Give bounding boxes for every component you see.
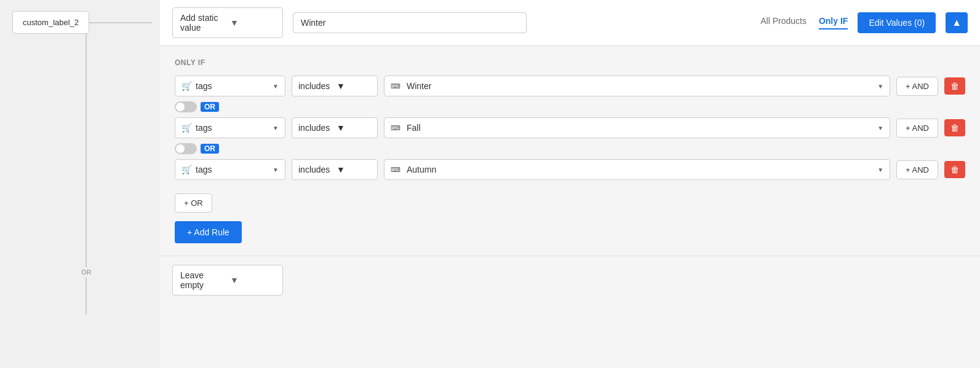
- value-select-1[interactable]: ⌨ Winter ▼: [384, 76, 890, 96]
- tab-all-products[interactable]: All Products: [760, 16, 807, 29]
- or-toggle-row-1: OR: [175, 101, 965, 112]
- operator-dropdown-arrow-icon-2: ▼: [337, 123, 371, 133]
- or-toggle-1[interactable]: OR: [175, 101, 219, 112]
- cart-icon-2: 🛒: [181, 123, 192, 133]
- delete-button-1[interactable]: 🗑: [944, 77, 965, 95]
- leave-empty-dropdown[interactable]: Leave empty ▼: [172, 265, 283, 296]
- keyboard-icon-3: ⌨: [391, 166, 400, 174]
- edit-values-button[interactable]: Edit Values (0): [858, 12, 936, 33]
- add-or-button[interactable]: + OR: [175, 194, 212, 213]
- field-label-row: custom_label_2: [12, 11, 152, 34]
- else-section: Leave empty ▼: [160, 256, 980, 368]
- tab-only-if[interactable]: Only IF: [819, 16, 848, 29]
- connector-horizontal: [89, 22, 152, 23]
- collapse-icon: ▲: [952, 17, 962, 28]
- field-dropdown-arrow-icon-3: ▼: [273, 166, 279, 173]
- and-button-2[interactable]: + AND: [896, 119, 938, 138]
- operator-select-1[interactable]: includes ▼: [292, 76, 378, 96]
- value-dropdown-arrow-icon-2: ▼: [877, 125, 883, 131]
- keyboard-icon-1: ⌨: [391, 82, 400, 90]
- rules-container: 🛒 tags ▼ includes ▼ ⌨ Winter ▼ + AND: [175, 76, 965, 213]
- cart-icon-3: 🛒: [181, 165, 192, 174]
- operator-dropdown-arrow-icon: ▼: [337, 81, 371, 91]
- sidebar-column: custom_label_2 OR: [0, 0, 160, 368]
- toggle-track-2[interactable]: [175, 143, 197, 154]
- value-select-1-label: Winter: [407, 81, 872, 91]
- or-badge-1: OR: [201, 102, 219, 112]
- operator-dropdown-arrow-icon-3: ▼: [337, 165, 371, 174]
- or-badge-2: OR: [201, 144, 219, 154]
- only-if-label: ONLY IF: [175, 58, 965, 67]
- value-select-2[interactable]: ⌨ Fall ▼: [384, 117, 890, 138]
- sidebar-connector-vertical: OR: [79, 34, 94, 314]
- cart-icon: 🛒: [181, 81, 192, 91]
- value-dropdown-arrow-icon: ▼: [877, 83, 883, 90]
- main-content: Add static value ▼ All Products Only IF …: [160, 0, 980, 368]
- and-button-3[interactable]: + AND: [896, 160, 938, 179]
- trash-icon-3: 🗑: [950, 165, 959, 174]
- toggle-track-1[interactable]: [175, 101, 197, 112]
- or-toggle-2[interactable]: OR: [175, 143, 219, 154]
- value-select-2-label: Fall: [407, 123, 872, 133]
- leave-empty-label: Leave empty: [180, 270, 225, 290]
- toggle-thumb-2: [176, 144, 185, 153]
- table-row: 🛒 tags ▼ includes ▼ ⌨ Winter ▼ + AND: [175, 76, 965, 96]
- delete-button-3[interactable]: 🗑: [944, 161, 965, 178]
- leave-empty-arrow-icon: ▼: [230, 275, 275, 285]
- vertical-line-main: [86, 34, 87, 267]
- static-value-dropdown[interactable]: Add static value ▼: [172, 7, 283, 38]
- field-select-3-label: tags: [196, 165, 269, 174]
- sidebar-or-label: OR: [79, 267, 94, 277]
- nav-tabs: All Products Only IF: [760, 16, 848, 29]
- vertical-line-else: [86, 277, 87, 314]
- field-select-3[interactable]: 🛒 tags ▼: [175, 159, 285, 180]
- static-value-arrow-icon: ▼: [230, 18, 275, 28]
- operator-select-1-label: includes: [298, 81, 333, 91]
- rules-area: ONLY IF 🛒 tags ▼ includes ▼ ⌨ Win: [160, 46, 980, 256]
- operator-select-2-label: includes: [298, 123, 333, 133]
- static-value-label: Add static value: [180, 13, 225, 33]
- field-dropdown-arrow-icon: ▼: [273, 83, 279, 90]
- field-select-2[interactable]: 🛒 tags ▼: [175, 117, 285, 138]
- or-toggle-row-2: OR: [175, 143, 965, 154]
- trash-icon-1: 🗑: [950, 81, 959, 91]
- field-select-2-label: tags: [196, 123, 269, 133]
- toggle-thumb-1: [176, 103, 185, 111]
- delete-button-2[interactable]: 🗑: [944, 119, 965, 136]
- collapse-button[interactable]: ▲: [946, 12, 968, 33]
- top-bar: Add static value ▼ All Products Only IF …: [160, 0, 980, 46]
- field-select-1[interactable]: 🛒 tags ▼: [175, 76, 285, 96]
- operator-select-3-label: includes: [298, 165, 333, 174]
- trash-icon-2: 🗑: [950, 123, 959, 133]
- value-input[interactable]: [293, 12, 527, 33]
- operator-select-3[interactable]: includes ▼: [292, 159, 378, 180]
- operator-select-2[interactable]: includes ▼: [292, 117, 378, 138]
- table-row: 🛒 tags ▼ includes ▼ ⌨ Fall ▼ + AND: [175, 117, 965, 138]
- keyboard-icon-2: ⌨: [391, 124, 400, 132]
- field-select-1-label: tags: [196, 81, 269, 91]
- value-select-3-label: Autumn: [407, 165, 872, 174]
- field-label: custom_label_2: [12, 11, 89, 34]
- value-dropdown-arrow-icon-3: ▼: [877, 166, 883, 173]
- value-select-3[interactable]: ⌨ Autumn ▼: [384, 159, 890, 180]
- add-rule-button[interactable]: + Add Rule: [175, 221, 242, 243]
- and-button-1[interactable]: + AND: [896, 77, 938, 96]
- field-dropdown-arrow-icon-2: ▼: [273, 125, 279, 131]
- table-row: 🛒 tags ▼ includes ▼ ⌨ Autumn ▼ + AND: [175, 159, 965, 180]
